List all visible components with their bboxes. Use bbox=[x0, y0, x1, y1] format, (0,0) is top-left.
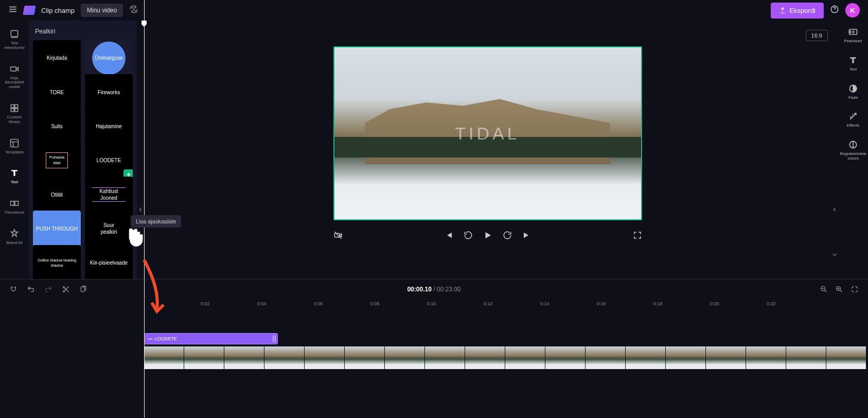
video-thumb bbox=[184, 346, 224, 369]
export-button[interactable]: Ekspordi bbox=[771, 3, 824, 19]
title-preset-tile[interactable]: Hajutamine bbox=[85, 109, 133, 145]
right-item-effects[interactable]: Effects bbox=[847, 111, 859, 128]
nav-item-transitions[interactable]: Transitions bbox=[3, 196, 27, 217]
video-thumb bbox=[385, 346, 425, 369]
panel-heading: Pealkiri bbox=[29, 21, 137, 40]
title-preset-tile[interactable]: Suurpealkiri bbox=[85, 211, 133, 247]
nav-label: Brand kit bbox=[6, 241, 23, 246]
skip-back-icon[interactable] bbox=[444, 231, 453, 240]
rewind-icon[interactable] bbox=[464, 231, 473, 240]
video-title-button[interactable]: Minu video bbox=[81, 4, 123, 17]
nav-item-media[interactable]: Teie meediumid bbox=[0, 27, 29, 53]
video-thumb bbox=[465, 346, 505, 369]
zoom-out-icon[interactable] bbox=[820, 285, 828, 293]
redo-icon[interactable] bbox=[44, 285, 52, 293]
split-icon[interactable] bbox=[62, 285, 70, 293]
svg-point-14 bbox=[63, 287, 65, 288]
fullscreen-icon[interactable] bbox=[633, 231, 642, 240]
text-icon bbox=[848, 55, 858, 65]
magnet-icon[interactable] bbox=[9, 285, 17, 293]
timeline-ruler[interactable]: 0:020:040:060:080:100:120:140:160:180:20… bbox=[144, 299, 868, 309]
title-preset-tile[interactable]: Kirjutada bbox=[33, 40, 81, 76]
effects-icon bbox=[848, 111, 858, 121]
video-thumb bbox=[826, 346, 866, 369]
right-item-fade[interactable]: Fade bbox=[848, 83, 858, 100]
video-thumb bbox=[626, 346, 666, 369]
copy-delete-icon[interactable] bbox=[79, 285, 87, 293]
sync-off-icon[interactable] bbox=[129, 5, 138, 16]
nav-label: Transitions bbox=[5, 211, 25, 215]
ruler-tick: 0:20 bbox=[710, 301, 719, 306]
nav-item-templates[interactable]: Templates bbox=[3, 136, 26, 157]
ruler-tick: 0:12 bbox=[484, 301, 493, 306]
colors-icon bbox=[848, 140, 858, 150]
title-clip[interactable]: see LOODETE bbox=[144, 333, 278, 344]
title-preset-tile[interactable]: Outline shadow headingshadow bbox=[33, 245, 81, 279]
current-time: 00:00.10 bbox=[407, 286, 431, 293]
hamburger-menu[interactable] bbox=[8, 5, 17, 16]
nav-label: Text bbox=[11, 180, 19, 185]
right-expand-icon[interactable] bbox=[831, 251, 838, 260]
playhead[interactable] bbox=[144, 0, 145, 418]
nav-label: Content library bbox=[7, 115, 22, 125]
skip-forward-icon[interactable] bbox=[522, 231, 532, 240]
svg-rect-7 bbox=[11, 139, 19, 147]
add-to-timeline-tooltip: Lisa ajaskaalale bbox=[131, 215, 181, 228]
right-item-cc[interactable]: Pealdised bbox=[844, 27, 862, 44]
video-thumb bbox=[505, 346, 545, 369]
video-preview[interactable]: TIDAL bbox=[333, 46, 642, 220]
ruler-tick: 0:02 bbox=[201, 301, 210, 306]
app-logo bbox=[23, 6, 36, 15]
video-thumb bbox=[345, 346, 385, 369]
title-preset-tile[interactable]: Suits bbox=[33, 109, 81, 145]
text-icon bbox=[9, 168, 20, 178]
player-controls bbox=[333, 231, 642, 240]
title-preset-tile[interactable]: LOODETE+ bbox=[85, 143, 133, 179]
title-preset-tile[interactable]: Otitiit bbox=[33, 177, 81, 213]
title-preset-tile[interactable]: Fireworks bbox=[85, 74, 133, 110]
left-nav: Teie meediumidKirje &komplekt createCont… bbox=[0, 21, 29, 279]
ruler-tick: 0:22 bbox=[767, 301, 776, 306]
avatar[interactable]: K bbox=[845, 3, 860, 18]
title-preset-tile[interactable]: TORE bbox=[33, 74, 81, 110]
title-preset-tile[interactable]: Ümmarguse bbox=[85, 40, 133, 76]
svg-rect-1 bbox=[11, 30, 17, 37]
title-preset-tile[interactable]: Kiir-pisieelvaade bbox=[85, 245, 133, 279]
svg-rect-16 bbox=[81, 287, 84, 291]
camera-off-icon[interactable] bbox=[333, 231, 343, 240]
title-preset-tile[interactable]: KahtlustJooned bbox=[85, 177, 133, 213]
undo-icon[interactable] bbox=[27, 285, 35, 293]
timeline: 00:00.10 / 00:23.00 0:020:040:060:080:10… bbox=[0, 279, 868, 418]
right-item-text[interactable]: Text bbox=[848, 55, 858, 72]
brand-icon bbox=[9, 229, 20, 239]
right-label: Text bbox=[849, 67, 857, 72]
nav-item-content[interactable]: Content library bbox=[5, 101, 24, 127]
forward-icon[interactable] bbox=[503, 231, 512, 240]
title-preset-tile[interactable]: PUSH THROUGH bbox=[33, 211, 81, 247]
panel-collapse-icon[interactable] bbox=[137, 206, 144, 213]
timeline-time: 00:00.10 / 00:23.00 bbox=[407, 286, 460, 293]
aspect-ratio-button[interactable]: 16:9 bbox=[806, 30, 828, 41]
play-icon[interactable] bbox=[483, 231, 492, 240]
help-icon[interactable] bbox=[830, 5, 839, 16]
title-presets-grid: KirjutadaÜmmarguseTOREFireworksSuitsHaju… bbox=[29, 40, 137, 279]
ruler-tick: 0:18 bbox=[653, 301, 663, 306]
video-thumb bbox=[545, 346, 586, 369]
nav-item-brand[interactable]: Brand kit bbox=[4, 227, 25, 248]
video-track[interactable] bbox=[144, 346, 868, 369]
video-thumb bbox=[264, 346, 305, 369]
title-preset-tile[interactable]: Puhastatiitel bbox=[33, 143, 81, 179]
right-label: Fade bbox=[848, 96, 858, 100]
ruler-tick: 0:08 bbox=[370, 301, 380, 306]
fit-icon[interactable] bbox=[851, 285, 859, 293]
nav-item-text[interactable]: Text bbox=[7, 166, 22, 187]
video-thumb bbox=[706, 346, 746, 369]
right-collapse-icon[interactable] bbox=[831, 206, 838, 213]
nav-item-record[interactable]: Kirje &komplekt create bbox=[0, 62, 29, 92]
zoom-in-icon[interactable] bbox=[835, 285, 843, 293]
cc-icon bbox=[848, 27, 858, 37]
right-item-colors[interactable]: Reguleerimine colors bbox=[840, 140, 866, 161]
timeline-tracks[interactable]: see LOODETE bbox=[144, 309, 868, 418]
svg-rect-8 bbox=[10, 201, 14, 205]
content-icon bbox=[9, 103, 20, 113]
